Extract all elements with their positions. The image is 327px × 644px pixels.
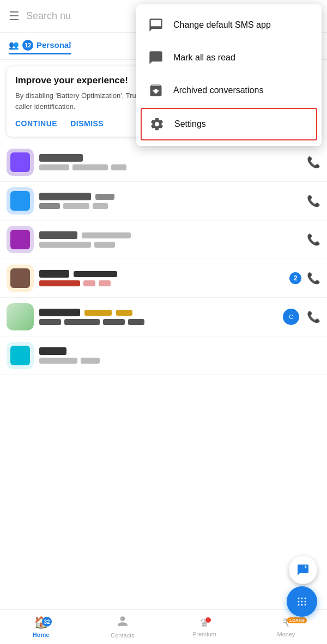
person-icon: 👥 — [9, 40, 19, 50]
svg-text:+: + — [304, 564, 307, 570]
conv-meta — [128, 319, 144, 325]
call-icon[interactable]: 📞 — [307, 156, 320, 169]
avatar-inner — [10, 191, 30, 211]
avatar — [7, 226, 34, 253]
avatar-small: C — [283, 309, 299, 325]
conv-content — [39, 270, 284, 286]
table-row[interactable]: 📞 — [0, 182, 327, 220]
table-row[interactable]: 2 📞 — [0, 259, 327, 298]
mark-read-icon — [147, 49, 165, 66]
menu-item-settings[interactable]: Settings — [141, 108, 317, 140]
bottom-navigation: 32 🏠 Home Contacts ♛ Premium LOANS ₹ Mon… — [0, 609, 327, 644]
svg-point-5 — [301, 601, 303, 603]
conv-meta — [39, 203, 60, 209]
personal-badge: 12 — [22, 40, 33, 51]
conv-meta — [39, 358, 77, 364]
svg-point-6 — [305, 601, 306, 603]
settings-label: Settings — [174, 119, 206, 129]
conv-meta — [99, 280, 111, 286]
conv-meta — [64, 319, 100, 325]
contacts-label: Contacts — [111, 632, 134, 639]
conv-date — [74, 271, 117, 277]
continue-button[interactable]: CONTINUE — [15, 119, 57, 128]
svg-point-8 — [301, 604, 303, 606]
money-label: Money — [277, 631, 295, 637]
call-icon[interactable]: 📞 — [307, 310, 320, 323]
menu-item-archived[interactable]: Archived conversations — [136, 74, 322, 107]
avatar — [7, 187, 34, 214]
avatar — [7, 149, 34, 176]
conv-badge — [95, 194, 114, 200]
svg-point-1 — [298, 598, 300, 599]
nav-item-money[interactable]: LOANS ₹ Money — [245, 616, 327, 637]
premium-badge — [205, 617, 211, 623]
conv-content — [39, 193, 301, 209]
call-icon[interactable]: 📞 — [307, 194, 320, 207]
svg-point-2 — [301, 598, 303, 599]
conv-content — [39, 347, 320, 364]
contact-name — [39, 309, 80, 316]
svg-point-4 — [298, 601, 300, 603]
contact-name — [39, 231, 77, 239]
contact-name — [39, 347, 66, 355]
contact-name — [39, 154, 83, 162]
table-row[interactable]: 📞 — [0, 220, 327, 259]
nav-item-home[interactable]: 32 🏠 Home — [0, 616, 82, 638]
new-message-icon: + — [296, 563, 310, 576]
avatar — [7, 265, 34, 292]
avatar-img — [7, 303, 34, 330]
money-badge: LOANS — [287, 617, 307, 623]
avatar-inner — [10, 152, 30, 172]
archived-label: Archived conversations — [173, 85, 263, 95]
menu-item-change-sms[interactable]: Change default SMS app — [136, 9, 322, 41]
table-row[interactable]: C 📞 — [0, 298, 327, 336]
conv-meta — [81, 358, 100, 364]
avatar-inner — [10, 230, 30, 249]
conv-content — [39, 231, 301, 248]
dialpad-fab[interactable] — [287, 586, 317, 617]
dropdown-menu: Change default SMS app Mark all as read … — [136, 4, 322, 146]
conv-meta — [63, 203, 89, 209]
conv-meta — [83, 280, 95, 286]
avatar — [7, 342, 34, 369]
home-label: Home — [33, 631, 50, 638]
call-icon[interactable]: 📞 — [307, 233, 320, 246]
archive-icon — [147, 82, 165, 99]
conv-meta — [103, 319, 125, 325]
nav-item-premium[interactable]: ♛ Premium — [164, 616, 245, 637]
tab-personal[interactable]: 👥 12 Personal — [9, 40, 71, 54]
unread-badge: 2 — [289, 272, 301, 284]
home-badge: 32 — [42, 617, 52, 627]
conv-meta — [93, 203, 108, 209]
conv-meta — [39, 280, 80, 286]
new-message-fab[interactable]: + — [289, 556, 317, 584]
dismiss-button[interactable]: DISMISS — [70, 119, 104, 128]
tab-personal-label: Personal — [37, 40, 71, 50]
conv-date — [116, 310, 132, 316]
conv-content — [39, 309, 277, 325]
avatar — [7, 303, 34, 330]
conv-meta — [39, 242, 91, 248]
nav-item-contacts[interactable]: Contacts — [82, 615, 164, 639]
menu-item-mark-read[interactable]: Mark all as read — [136, 41, 322, 74]
table-row[interactable]: 📞 — [0, 143, 327, 182]
hamburger-icon[interactable]: ☰ — [9, 9, 20, 23]
contact-name — [39, 193, 91, 200]
conv-meta — [111, 164, 126, 170]
avatar-inner — [10, 346, 30, 365]
svg-point-9 — [305, 604, 306, 606]
call-icon[interactable]: 📞 — [307, 272, 320, 285]
conv-content — [39, 154, 301, 170]
conv-meta — [72, 164, 108, 170]
svg-point-3 — [305, 598, 306, 599]
conv-meta — [39, 164, 69, 170]
contacts-icon — [117, 615, 129, 630]
settings-icon — [148, 115, 166, 133]
premium-label: Premium — [192, 631, 216, 637]
conv-meta — [94, 242, 115, 248]
change-sms-label: Change default SMS app — [173, 20, 271, 30]
conv-meta — [82, 232, 131, 238]
table-row[interactable] — [0, 336, 327, 375]
svg-point-7 — [298, 604, 300, 606]
dialpad-icon — [295, 595, 308, 608]
